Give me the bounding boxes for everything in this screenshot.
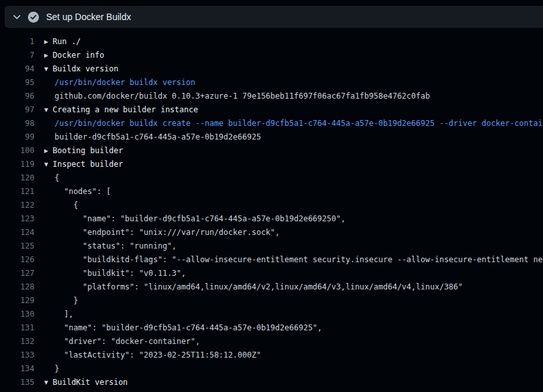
log-output-text: {	[44, 199, 78, 212]
log-group-toggle[interactable]: ▶Docker info	[44, 49, 104, 62]
triangle-right-icon: ▶	[44, 144, 53, 158]
log-output-text: ],	[44, 308, 73, 321]
line-number[interactable]: 136	[0, 389, 34, 392]
line-number[interactable]: 133	[0, 349, 34, 362]
log-output-text: "buildkitd-flags": "--allow-insecure-ent…	[44, 253, 543, 267]
line-number[interactable]: 129	[0, 294, 34, 308]
log-group-toggle[interactable]: ▶Run ./	[44, 35, 81, 49]
step-title: Set up Docker Buildx	[46, 12, 131, 22]
log-group-toggle[interactable]: ▼BuildKit version	[44, 376, 128, 389]
group-title: Booting builder	[53, 146, 123, 155]
line-number[interactable]: 130	[0, 308, 34, 321]
log-line: 96github.com/docker/buildx 0.10.3+azure-…	[0, 90, 543, 103]
log-line: 98/usr/bin/docker buildx create --name b…	[0, 117, 543, 130]
log-group-toggle[interactable]: ▼Buildx version	[44, 62, 118, 76]
line-number[interactable]: 126	[0, 253, 34, 267]
log-output-text: "nodes": [	[44, 185, 111, 199]
log-line: 128 "platforms": "linux/amd64,linux/amd6…	[0, 280, 543, 294]
line-number[interactable]: 120	[0, 171, 34, 185]
log-group-toggle[interactable]: ▼Creating a new builder instance	[44, 103, 198, 117]
log-group-toggle[interactable]: ▶Booting builder	[44, 144, 123, 158]
log-output-text: "endpoint": "unix:///var/run/docker.sock…	[44, 226, 280, 239]
line-number[interactable]: 121	[0, 185, 34, 199]
log-line: 94▼Buildx version	[0, 62, 543, 76]
line-number[interactable]: 122	[0, 199, 34, 212]
log-output-text: "name": "builder-d9cfb5a1-c764-445a-a57e…	[44, 321, 322, 335]
log-output-text: "status": "running",	[44, 239, 177, 253]
log-line: 100▶Booting builder	[0, 144, 543, 158]
log-group-toggle[interactable]: ▼Inspect builder	[44, 158, 123, 171]
line-number[interactable]: 95	[0, 76, 34, 90]
log-line: 95/usr/bin/docker buildx version	[0, 76, 543, 90]
log-output-text: "lastActivity": "2023-02-25T11:58:12.000…	[44, 349, 261, 362]
log-line: 97▼Creating a new builder instance	[0, 103, 543, 117]
log-line: 124 "endpoint": "unix:///var/run/docker.…	[0, 226, 543, 239]
line-number[interactable]: 135	[0, 376, 34, 389]
triangle-down-icon: ▼	[44, 158, 53, 171]
line-number[interactable]: 125	[0, 239, 34, 253]
log-output-text: "name": "builder-d9cfb5a1-c764-445a-a57e…	[44, 212, 346, 226]
log-line: 132 "driver": "docker-container",	[0, 335, 543, 349]
log-output-text: builder-d9cfb5a1-c764-445a-a57e-0b19d2e6…	[44, 389, 308, 392]
group-title: Buildx version	[53, 64, 118, 73]
log-line: 119▼Inspect builder	[0, 158, 543, 171]
log-line: 129 }	[0, 294, 543, 308]
step-header[interactable]: Set up Docker Buildx	[5, 6, 543, 28]
triangle-down-icon: ▼	[44, 62, 53, 76]
log-line: 120{	[0, 171, 543, 185]
line-number[interactable]: 1	[0, 35, 34, 49]
triangle-right-icon: ▶	[44, 35, 53, 49]
log-line: 1▶Run ./	[0, 35, 543, 49]
log-line: 122 {	[0, 199, 543, 212]
log-output-text: }	[44, 294, 78, 308]
group-title: Run ./	[53, 37, 81, 46]
group-title: Docker info	[53, 51, 104, 60]
line-number[interactable]: 99	[0, 130, 34, 144]
log-output-text: "platforms": "linux/amd64,linux/amd64/v2…	[44, 280, 463, 294]
log-line: 125 "status": "running",	[0, 239, 543, 253]
chevron-down-icon[interactable]	[12, 12, 22, 22]
log-output-text: "driver": "docker-container",	[44, 335, 200, 349]
log-line: 130 ],	[0, 308, 543, 321]
log-line: 133 "lastActivity": "2023-02-25T11:58:12…	[0, 349, 543, 362]
triangle-down-icon: ▼	[44, 103, 53, 117]
group-title: Inspect builder	[53, 160, 123, 169]
log-line: 131 "name": "builder-d9cfb5a1-c764-445a-…	[0, 321, 543, 335]
log-output-text: }	[44, 362, 59, 376]
group-title: BuildKit version	[53, 378, 128, 387]
line-number[interactable]: 96	[0, 90, 34, 103]
log-output-text: "buildkit": "v0.11.3",	[44, 267, 186, 280]
triangle-down-icon: ▼	[44, 376, 53, 389]
line-number[interactable]: 132	[0, 335, 34, 349]
triangle-right-icon: ▶	[44, 49, 53, 62]
log-command-text: /usr/bin/docker buildx create --name bui…	[44, 117, 543, 130]
log-line: 7▶Docker info	[0, 49, 543, 62]
log-output-text: github.com/docker/buildx 0.10.3+azure-1 …	[44, 90, 430, 103]
group-title: Creating a new builder instance	[53, 105, 198, 114]
line-number[interactable]: 127	[0, 267, 34, 280]
line-number[interactable]: 97	[0, 103, 34, 117]
line-number[interactable]: 119	[0, 158, 34, 171]
line-number[interactable]: 124	[0, 226, 34, 239]
log-line: 123 "name": "builder-d9cfb5a1-c764-445a-…	[0, 212, 543, 226]
log-line: 127 "buildkit": "v0.11.3",	[0, 267, 543, 280]
line-number[interactable]: 128	[0, 280, 34, 294]
log-output-text: builder-d9cfb5a1-c764-445a-a57e-0b19d2e6…	[44, 130, 261, 144]
log-lines: 1▶Run ./7▶Docker info94▼Buildx version95…	[0, 35, 543, 392]
log-command-text: /usr/bin/docker buildx version	[44, 76, 196, 90]
log-line: 99builder-d9cfb5a1-c764-445a-a57e-0b19d2…	[0, 130, 543, 144]
line-number[interactable]: 123	[0, 212, 34, 226]
log-line: 121 "nodes": [	[0, 185, 543, 199]
log-line: 126 "buildkitd-flags": "--allow-insecure…	[0, 253, 543, 267]
log-line: 134}	[0, 362, 543, 376]
line-number[interactable]: 134	[0, 362, 34, 376]
log-line: 135▼BuildKit version	[0, 376, 543, 389]
line-number[interactable]: 94	[0, 62, 34, 76]
check-circle-icon	[28, 12, 39, 23]
log-output-text: {	[44, 171, 59, 185]
log-line: 136builder-d9cfb5a1-c764-445a-a57e-0b19d…	[0, 389, 543, 392]
line-number[interactable]: 98	[0, 117, 34, 130]
line-number[interactable]: 100	[0, 144, 34, 158]
line-number[interactable]: 7	[0, 49, 34, 62]
line-number[interactable]: 131	[0, 321, 34, 335]
